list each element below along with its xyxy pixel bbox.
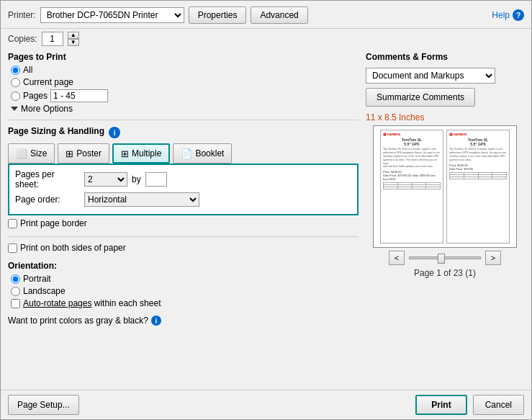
properties-button[interactable]: Properties [189,6,247,24]
pages-per-sheet-select[interactable]: 2 4 6 9 16 [84,172,127,187]
auto-rotate-label: Auto-rotate pages within each sheet [23,298,161,308]
booklet-tab-button[interactable]: 📄 Booklet [173,143,232,164]
multiple-icon: ⊞ [121,148,129,159]
tab-buttons: ⬜ Size ⊞ Poster ⊞ Multiple 📄 Booklet [8,143,359,164]
pages-per-sheet-label: Pages per sheet: [15,169,80,189]
help-link[interactable]: Help ? [492,9,524,21]
prev-page-button[interactable]: < [389,251,405,265]
preview-pages: 🔴 HARMON TomTom XL5.5" GPS The TomTom XL… [380,130,510,243]
copies-up-button[interactable]: ▲ [68,32,79,39]
preview-page-2-header: 🔴 HARMON [449,133,507,136]
divider-1 [8,120,359,120]
print-dialog: Printer: Brother DCP-7065DN Printer Prop… [0,0,532,420]
advanced-button[interactable]: Advanced [251,6,307,24]
page-sizing-title: Page Sizing & Handling [8,126,104,136]
size-tab-button[interactable]: ⬜ Size [8,143,55,164]
landscape-radio-row: Landscape [11,286,359,296]
both-sides-checkbox[interactable] [8,243,17,253]
size-icon: ⬜ [16,148,27,159]
multiple-options-box: Pages per sheet: 2 4 6 9 16 by Page orde… [8,164,359,215]
orientation-radio-group: Portrait Landscape Auto-rotate pages wit… [11,274,359,308]
preview-product-1: TomTom XL5.5" GPS [383,138,441,146]
preview-page-2: 🔴 HARMON TomTom XL5.5" GPS The TomTom XL… [446,130,510,243]
preview-logo-1: 🔴 HARMON [383,133,400,136]
all-label: All [23,65,32,75]
pages-radio[interactable] [11,91,20,101]
by-label: by [132,174,141,184]
pages-to-print-section: Pages to Print All Current page Pages [8,52,359,114]
all-radio[interactable] [11,66,20,75]
comments-forms-title: Comments & Forms [366,52,524,62]
preview-price-1: Price: $100.00Sale Price: $79.98 (On Sal… [383,170,441,181]
auto-rotate-row: Auto-rotate pages within each sheet [11,298,359,308]
poster-tab-label: Poster [76,148,102,158]
more-options-row[interactable]: More Options [11,104,359,114]
multiple-tab-label: Multiple [132,148,161,158]
summarize-comments-button[interactable]: Summarize Comments [366,88,475,107]
preview-area: 11 x 8.5 Inches 🔴 HARMON TomTom XL5.5" G… [366,112,524,387]
printer-row: Printer: Brother DCP-7065DN Printer Prop… [1,1,531,29]
poster-tab-button[interactable]: ⊞ Poster [58,143,109,164]
pages-per-sheet-row: Pages per sheet: 2 4 6 9 16 by [15,169,351,189]
preview-text-2: The TomTom XL-1015 is a simple, stylish … [449,148,507,162]
orientation-section: Orientation: Portrait Landscape Auto-rot… [8,261,359,308]
copies-label: Copies: [8,34,37,44]
color-info-icon[interactable]: i [151,316,161,326]
page-setup-button[interactable]: Page Setup... [8,395,79,415]
preview-box: 🔴 HARMON TomTom XL5.5" GPS The TomTom XL… [373,125,517,248]
pages-input[interactable] [50,89,108,102]
preview-nav-bar: < > [386,248,504,268]
both-sides-label: Print on both sides of paper [20,243,126,253]
right-panel: Comments & Forms Document and Markups Do… [366,52,524,387]
landscape-radio[interactable] [11,287,20,296]
booklet-tab-label: Booklet [195,148,224,158]
next-page-button[interactable]: > [485,251,501,265]
page-order-row: Page order: Horizontal Horizontal Revers… [15,192,351,207]
comments-forms-section: Comments & Forms Document and Markups Do… [366,52,524,107]
printer-select[interactable]: Brother DCP-7065DN Printer [40,7,184,23]
preview-product-2: TomTom XL5.5" GPS [449,138,507,146]
preview-price-2: Price: $100.00Sale Price: $79.98 [449,164,507,171]
preview-table-1 [383,182,441,189]
multiple-tab-button[interactable]: ⊞ Multiple [112,143,170,164]
divider-2 [8,236,359,237]
print-page-border-label: Print page border [20,218,87,228]
current-page-radio[interactable] [11,78,20,87]
slider-thumb[interactable] [438,254,445,264]
cancel-button[interactable]: Cancel [473,395,524,415]
printer-label: Printer: [8,10,36,20]
copies-input[interactable] [42,32,63,46]
print-button[interactable]: Print [415,395,466,415]
copies-row: Copies: ▲ ▼ [1,29,531,49]
current-page-label: Current page [23,77,73,87]
poster-icon: ⊞ [66,148,73,159]
portrait-radio-row: Portrait [11,274,359,284]
copies-spinner: ▲ ▼ [68,32,79,46]
help-label: Help [492,10,510,20]
comments-forms-select[interactable]: Document and Markups Document Form Field… [366,68,495,84]
size-tab-label: Size [30,148,47,158]
page-order-select[interactable]: Horizontal Horizontal Reversed Vertical … [84,192,199,207]
page-slider[interactable] [409,256,481,259]
pages-by-input[interactable] [145,172,167,187]
auto-rotate-checkbox[interactable] [11,299,20,308]
orientation-title: Orientation: [8,261,359,271]
preview-logo-2: 🔴 HARMON [449,133,466,136]
main-content: Pages to Print All Current page Pages [1,49,531,390]
all-radio-row: All [11,65,359,75]
page-sizing-info-icon[interactable]: i [109,127,120,138]
copies-down-button[interactable]: ▼ [68,39,79,46]
pages-label: Pages [23,91,48,101]
print-page-border-checkbox[interactable] [8,219,17,228]
preview-size-label: 11 x 8.5 Inches [366,112,424,122]
page-order-label: Page order: [15,195,80,205]
more-options-triangle [11,107,18,111]
pages-radio-group: All Current page Pages [11,65,359,102]
pages-radio-row: Pages [11,89,359,102]
pages-to-print-title: Pages to Print [8,52,359,62]
page-sizing-title-row: Page Sizing & Handling i [8,126,359,139]
color-row: Want to print colors as gray & black? i [8,316,359,326]
portrait-radio[interactable] [11,274,20,284]
page-sizing-section: Page Sizing & Handling i ⬜ Size ⊞ Poster… [8,126,359,231]
preview-text-1: The TomTom XL-1015 is a simple, stylish … [383,148,441,169]
